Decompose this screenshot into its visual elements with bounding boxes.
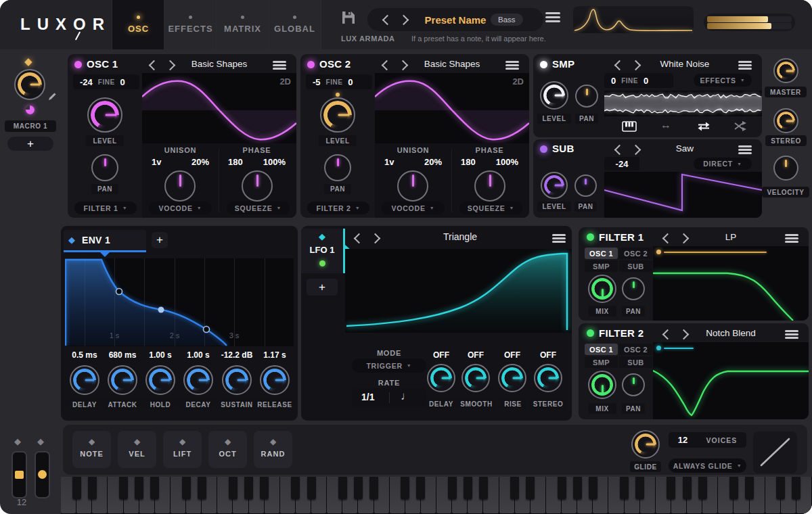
- env-release-value[interactable]: 1.17 s: [256, 350, 294, 360]
- preset-next-icon[interactable]: [399, 15, 409, 26]
- osc2-phase-knob[interactable]: [474, 170, 505, 202]
- filter2-mix-knob[interactable]: [588, 371, 616, 399]
- filter1-pan-knob[interactable]: [622, 277, 645, 300]
- osc2-unison-detune[interactable]: 20%: [424, 157, 442, 167]
- filter1-route-sub[interactable]: SUB: [619, 260, 652, 272]
- env-hold-value[interactable]: 1.00 s: [141, 350, 179, 360]
- osc1-phase-mode-dropdown[interactable]: SQUEEZE▼: [227, 202, 290, 214]
- lfo-tab[interactable]: ◆ LFO 1: [301, 229, 343, 273]
- stereo-knob[interactable]: [773, 108, 798, 133]
- sub-pitch-chip[interactable]: -24: [604, 157, 639, 170]
- osc1-enable-dot[interactable]: [74, 61, 82, 68]
- smp-level-knob[interactable]: [540, 81, 568, 110]
- piano-black-key[interactable]: [88, 477, 97, 499]
- piano-black-key[interactable]: [683, 477, 692, 499]
- piano-black-key[interactable]: [198, 477, 206, 499]
- env-delay-value[interactable]: 0.5 ms: [66, 350, 104, 360]
- macro1-knob[interactable]: [14, 69, 45, 100]
- piano-black-key[interactable]: [135, 477, 143, 499]
- add-env-button[interactable]: +: [152, 232, 168, 248]
- tab-matrix[interactable]: MATRIX: [216, 0, 269, 49]
- lfo-mode-dropdown[interactable]: TRIGGER▼: [352, 358, 426, 373]
- piano-black-key[interactable]: [792, 477, 800, 499]
- filter1-route-osc2[interactable]: OSC 2: [619, 248, 652, 259]
- pitch-wheel-diamond-icon[interactable]: ◆: [14, 436, 21, 446]
- osc2-phase-deg[interactable]: 180: [461, 157, 476, 167]
- filter2-route-sub[interactable]: SUB: [619, 356, 652, 368]
- piano-black-key[interactable]: [401, 477, 409, 499]
- env-delay-knob[interactable]: [70, 365, 99, 395]
- piano-black-key[interactable]: [229, 477, 238, 499]
- osc2-pitch-chip[interactable]: -5FINE0: [306, 74, 372, 89]
- env-hold-knob[interactable]: [145, 365, 175, 395]
- piano-black-key[interactable]: [745, 477, 754, 499]
- glide-mode-dropdown[interactable]: ALWAYS GLIDE▼: [669, 459, 746, 473]
- osc2-enable-dot[interactable]: [307, 61, 315, 68]
- piano-black-key[interactable]: [448, 477, 457, 499]
- filter1-mix-knob[interactable]: [588, 275, 616, 303]
- keyboard[interactable]: [61, 477, 812, 514]
- smp-pan-knob[interactable]: [575, 85, 598, 108]
- lfo-rise-knob[interactable]: [498, 364, 526, 392]
- octave-label[interactable]: 12: [14, 497, 30, 507]
- lfo-display[interactable]: [345, 249, 572, 333]
- smp-menu-icon[interactable]: [738, 61, 752, 70]
- osc1-filter-route-dropdown[interactable]: FILTER 1▼: [74, 202, 137, 214]
- piano-black-key[interactable]: [573, 477, 582, 499]
- osc1-pan-knob[interactable]: [91, 154, 118, 181]
- env-point-attack[interactable]: [116, 289, 122, 295]
- piano-black-key[interactable]: [464, 477, 472, 499]
- mod-wheel[interactable]: [35, 451, 50, 498]
- preset-browser[interactable]: Preset Name Bass: [367, 8, 543, 31]
- filter1-curve-display[interactable]: [653, 246, 809, 321]
- lift-mod-button[interactable]: ◆LIFT: [163, 431, 202, 468]
- main-menu-icon[interactable]: [545, 12, 560, 22]
- master-knob[interactable]: [773, 58, 798, 83]
- oct-mod-button[interactable]: ◆OCT: [208, 431, 247, 468]
- note-mod-button[interactable]: ◆NOTE: [72, 431, 111, 468]
- lfo-delay-knob[interactable]: [427, 364, 455, 392]
- filter2-route-osc1[interactable]: OSC 1: [585, 344, 618, 355]
- sub-pan-knob[interactable]: [574, 174, 597, 197]
- piano-black-key[interactable]: [729, 477, 738, 499]
- smp-keytrack-icon[interactable]: [622, 121, 637, 132]
- osc1-level-knob[interactable]: [87, 97, 122, 133]
- glide-curve-button[interactable]: [753, 431, 797, 473]
- piano-black-key[interactable]: [72, 477, 81, 499]
- osc2-phase-amt[interactable]: 100%: [496, 157, 518, 167]
- piano-black-key[interactable]: [558, 477, 566, 499]
- lfo-wave-name[interactable]: Triangle: [376, 231, 545, 242]
- lfo-stereo-knob[interactable]: [534, 364, 562, 392]
- osc2-unison-knob[interactable]: [397, 170, 428, 202]
- osc1-phase-knob[interactable]: [242, 170, 273, 202]
- macro-edit-pencil-icon[interactable]: [47, 92, 57, 101]
- osc2-unison-mode-dropdown[interactable]: VOCODE▼: [382, 202, 445, 214]
- velocity-knob[interactable]: [773, 156, 798, 181]
- piano-black-key[interactable]: [244, 477, 253, 499]
- filter2-menu-icon[interactable]: [785, 330, 798, 339]
- osc2-pan-knob[interactable]: [324, 154, 351, 181]
- smp-shuffle-icon[interactable]: [734, 121, 748, 132]
- lfo-smooth-knob[interactable]: [461, 364, 490, 392]
- piano-black-key[interactable]: [698, 477, 707, 499]
- piano-black-key[interactable]: [635, 477, 644, 499]
- piano-black-key[interactable]: [479, 477, 488, 499]
- osc1-phase-amt[interactable]: 100%: [263, 157, 286, 167]
- smp-pitch-chip[interactable]: 0FINE0: [604, 73, 673, 88]
- osc2-level-knob[interactable]: [320, 97, 355, 133]
- piano-black-key[interactable]: [291, 477, 300, 499]
- env-decay-knob[interactable]: [183, 365, 213, 395]
- piano-black-key[interactable]: [416, 477, 425, 499]
- filter1-route-smp[interactable]: SMP: [585, 260, 618, 272]
- lfo-smooth-value[interactable]: OFF: [459, 350, 493, 360]
- add-macro-button[interactable]: +: [7, 137, 53, 151]
- env-attack-knob[interactable]: [108, 365, 137, 395]
- pitch-wheel[interactable]: [12, 451, 27, 498]
- rand-mod-button[interactable]: ◆RAND: [254, 431, 292, 468]
- preset-prev-icon[interactable]: [382, 15, 393, 26]
- save-icon[interactable]: [341, 10, 356, 25]
- preset-name[interactable]: Preset Name: [415, 8, 496, 31]
- osc1-pitch-chip[interactable]: -24FINE0: [73, 74, 139, 89]
- mod-wheel-diamond-icon[interactable]: ◆: [37, 436, 44, 446]
- tab-global[interactable]: GLOBAL: [268, 0, 321, 49]
